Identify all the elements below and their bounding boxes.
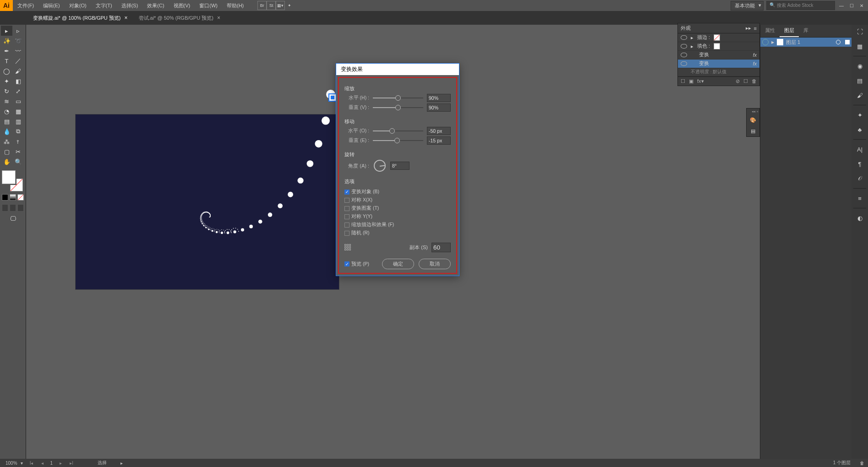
draw-behind[interactable] bbox=[10, 204, 16, 212]
prev-page-button[interactable]: ◂ bbox=[39, 461, 46, 466]
lasso-tool[interactable]: ➰ bbox=[12, 36, 24, 46]
maximize-button[interactable]: ☐ bbox=[848, 2, 855, 9]
selection-tool[interactable]: ▸ bbox=[1, 26, 12, 36]
status-arrow-icon[interactable]: ▸ bbox=[120, 461, 123, 466]
tab-layers[interactable]: 图层 bbox=[780, 25, 799, 37]
hand-tool[interactable]: ✋ bbox=[1, 157, 12, 167]
page-number[interactable]: 1 bbox=[50, 461, 53, 466]
opt-random[interactable]: 随机 (R) bbox=[344, 230, 396, 236]
appearance-icon[interactable]: ◐ bbox=[855, 213, 865, 223]
menu-window[interactable]: 窗口(W) bbox=[195, 0, 222, 11]
scale-tool[interactable]: ⤢ bbox=[12, 86, 24, 96]
appearance-row-fill[interactable]: ▸ 填色 : bbox=[678, 42, 759, 51]
menu-file[interactable]: 文件(F) bbox=[13, 0, 38, 11]
char-icon[interactable]: A| bbox=[855, 144, 865, 154]
libraries-icon[interactable]: ▦ bbox=[855, 41, 865, 51]
trash-icon[interactable]: 🗑 bbox=[860, 461, 864, 466]
menu-effect[interactable]: 效果(C) bbox=[142, 0, 169, 11]
scale-h-value[interactable]: 90% bbox=[427, 94, 451, 102]
trash-icon[interactable]: 🗑 bbox=[752, 78, 757, 84]
magic-wand-tool[interactable]: ✨ bbox=[1, 36, 12, 46]
shape-builder-tool[interactable]: ◔ bbox=[1, 106, 12, 116]
angle-value[interactable]: 8° bbox=[390, 162, 409, 170]
expand-icon[interactable]: ⛶ bbox=[855, 27, 865, 37]
width-tool[interactable]: ≋ bbox=[1, 96, 12, 106]
stroke-swatch[interactable] bbox=[714, 34, 720, 41]
menu-object[interactable]: 对象(O) bbox=[65, 0, 91, 11]
opt-transform-objects[interactable]: ✓变换对象 (B) bbox=[344, 189, 396, 195]
perspective-tool[interactable]: ▦ bbox=[12, 106, 24, 116]
stroke-icon[interactable]: ♣ bbox=[855, 125, 865, 135]
document-tab[interactable]: 变换螺旋.ai* @ 100% (RGB/GPU 预览)× bbox=[27, 12, 133, 24]
brushes-icon[interactable]: 🖌 bbox=[855, 90, 865, 100]
scale-v-value[interactable]: 90% bbox=[427, 103, 451, 112]
arrange-icon[interactable]: ▦▾ bbox=[276, 1, 285, 10]
chevron-right-icon[interactable]: ▶ bbox=[771, 40, 774, 44]
align-icon[interactable]: ≡ bbox=[855, 193, 865, 203]
eraser-tool[interactable]: ◧ bbox=[12, 76, 24, 86]
opt-reflect-x[interactable]: 对称 X(X) bbox=[344, 197, 396, 203]
fill-swatch[interactable] bbox=[714, 43, 720, 49]
move-v-value[interactable]: -15 px bbox=[427, 136, 451, 145]
opt-scale-strokes[interactable]: 缩放描边和效果 (F) bbox=[344, 222, 396, 228]
menu-view[interactable]: 视图(V) bbox=[169, 0, 195, 11]
mesh-tool[interactable]: ▤ bbox=[1, 116, 12, 126]
color-mode[interactable] bbox=[2, 194, 8, 201]
color-icon[interactable]: ◉ bbox=[855, 61, 865, 71]
search-stock-input[interactable]: 🔍搜索 Adobe Stock bbox=[766, 1, 835, 10]
fill-swatch[interactable] bbox=[2, 170, 16, 184]
color-palette-icon[interactable]: 🎨 bbox=[748, 115, 758, 125]
type-tool[interactable]: T bbox=[1, 56, 12, 66]
ellipse-tool[interactable]: ◯ bbox=[1, 66, 12, 76]
move-h-slider[interactable] bbox=[373, 130, 423, 131]
para-icon[interactable]: ¶ bbox=[855, 159, 865, 169]
rotate-tool[interactable]: ↻ bbox=[1, 86, 12, 96]
pen-tool[interactable]: ✒ bbox=[1, 46, 12, 56]
minimize-button[interactable]: — bbox=[838, 2, 845, 9]
eye-icon[interactable] bbox=[681, 35, 687, 40]
move-h-value[interactable]: -50 px bbox=[427, 127, 451, 135]
direct-selection-tool[interactable]: ▹ bbox=[12, 26, 24, 36]
zoom-select[interactable]: 100% bbox=[4, 461, 24, 466]
symbol-sprayer-tool[interactable]: ⁂ bbox=[1, 136, 12, 147]
cancel-button[interactable]: 取消 bbox=[419, 259, 451, 269]
scale-v-slider[interactable] bbox=[373, 107, 423, 108]
opt-transform-patterns[interactable]: 变换图案 (T) bbox=[344, 205, 396, 212]
move-v-slider[interactable] bbox=[373, 140, 423, 141]
layer-row[interactable]: ▶ 图层 1 bbox=[760, 38, 852, 47]
chevron-right-icon[interactable]: ▸ bbox=[691, 43, 693, 49]
eye-icon[interactable] bbox=[681, 44, 687, 49]
eyedropper-tool[interactable]: 💧 bbox=[1, 126, 12, 136]
close-icon[interactable]: × bbox=[217, 15, 220, 21]
screen-mode[interactable]: 🖵 bbox=[0, 213, 26, 223]
curvature-tool[interactable]: 〰 bbox=[12, 46, 24, 56]
eye-icon[interactable] bbox=[681, 61, 687, 66]
draw-inside[interactable] bbox=[17, 204, 24, 212]
draw-normal[interactable] bbox=[2, 204, 8, 212]
paintbrush-tool[interactable]: 🖌 bbox=[12, 66, 24, 76]
opt-reflect-y[interactable]: 对称 Y(Y) bbox=[344, 213, 396, 220]
blend-tool[interactable]: ⧉ bbox=[12, 126, 24, 136]
preview-checkbox[interactable]: ✓预览 (P) bbox=[344, 261, 369, 267]
fx-menu-icon[interactable]: fx▾ bbox=[697, 78, 704, 84]
panel-menu-icon[interactable]: ≡ bbox=[754, 26, 757, 31]
free-transform-tool[interactable]: ▭ bbox=[12, 96, 24, 106]
next-page-button[interactable]: ▸ bbox=[57, 461, 64, 466]
shaper-tool[interactable]: ✦ bbox=[1, 76, 12, 86]
line-tool[interactable]: ／ bbox=[12, 56, 24, 66]
menu-select[interactable]: 选择(S) bbox=[117, 0, 143, 11]
symbols-icon[interactable]: ✦ bbox=[855, 110, 865, 120]
ok-button[interactable]: 确定 bbox=[382, 259, 414, 269]
eye-icon[interactable] bbox=[681, 53, 687, 57]
copies-input[interactable] bbox=[431, 243, 451, 252]
new-stroke-icon[interactable]: ☐ bbox=[681, 78, 685, 84]
close-button[interactable]: ✕ bbox=[858, 2, 865, 9]
visibility-toggle[interactable] bbox=[762, 39, 769, 45]
workspace-switcher[interactable]: 基本功能 bbox=[731, 1, 764, 11]
close-icon[interactable]: × bbox=[124, 15, 127, 21]
first-page-button[interactable]: I◂ bbox=[28, 461, 35, 466]
target-icon[interactable] bbox=[836, 40, 841, 44]
panel-collapse-icon[interactable]: ▸▸ bbox=[746, 25, 751, 31]
asset-icon[interactable]: ▤ bbox=[748, 126, 758, 136]
stock-icon[interactable]: St bbox=[267, 1, 276, 10]
